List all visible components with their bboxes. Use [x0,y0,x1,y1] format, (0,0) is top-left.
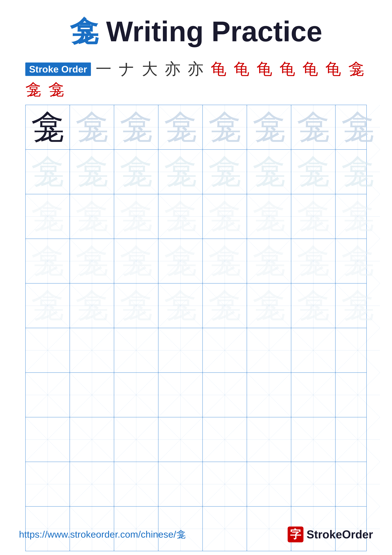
practice-char: 龛 [31,289,64,322]
grid-cell[interactable] [203,417,247,462]
grid-cell[interactable]: 龛 [158,284,203,328]
grid-cell[interactable] [158,373,203,417]
grid-cell[interactable]: 龛 [26,105,70,149]
stroke-order-badge: Stroke Order [25,63,91,76]
practice-char: 龛 [75,110,108,144]
stroke-order-area: Stroke Order 一 ナ 大 亦 亦 龟 龟 龟 龟 龟 龟 龛 [25,60,376,78]
grid-cell[interactable]: 龛 [247,150,291,194]
grid-cell[interactable] [291,328,335,372]
grid-cell[interactable] [70,373,114,417]
grid-cell[interactable]: 龛 [26,284,70,328]
grid-cell[interactable]: 龛 [158,105,203,149]
svg-line-95 [335,328,380,372]
grid-cell[interactable]: 龛 [114,239,158,283]
grid-cell[interactable] [26,462,70,506]
svg-line-118 [158,417,202,461]
svg-line-122 [247,417,291,461]
grid-cell[interactable]: 龛 [26,239,70,283]
grid-cell[interactable]: 龛 [114,150,158,194]
practice-char: 龛 [120,155,153,189]
grid-cell[interactable]: 龛 [114,284,158,328]
footer-url[interactable]: https://www.strokeorder.com/chinese/龛 [19,528,186,541]
practice-char: 龛 [297,289,330,322]
grid-cell[interactable]: 龛 [291,105,335,149]
grid-cell[interactable] [203,462,247,506]
grid-cell[interactable] [26,373,70,417]
svg-line-117 [114,417,158,461]
grid-cell[interactable]: 龛 [291,150,335,194]
grid-cell[interactable] [158,417,203,462]
svg-line-99 [70,373,114,417]
grid-cell[interactable] [158,328,203,372]
grid-cell[interactable] [203,328,247,372]
grid-cell[interactable] [158,462,203,506]
grid-cell[interactable] [335,373,380,417]
grid-cell[interactable]: 龛 [158,194,203,239]
svg-line-135 [158,462,202,506]
svg-line-126 [335,417,380,462]
grid-cell[interactable] [247,462,291,506]
grid-cell[interactable]: 龛 [335,284,380,328]
grid-cell[interactable]: 龛 [335,150,380,194]
grid-cell[interactable] [291,373,335,417]
practice-char: 龛 [208,244,241,278]
grid-cell[interactable] [26,328,70,372]
grid-cell[interactable] [114,462,158,506]
grid-cell[interactable]: 龛 [291,194,335,239]
svg-line-143 [335,462,380,506]
grid-cell[interactable]: 龛 [335,194,380,239]
grid-cell[interactable] [114,328,158,372]
grid-cell[interactable] [247,373,291,417]
grid-cell[interactable]: 龛 [158,239,203,283]
grid-cell[interactable]: 龛 [247,105,291,149]
grid-cell[interactable]: 龛 [114,194,158,239]
grid-cell[interactable]: 龛 [291,239,335,283]
practice-char: 龛 [297,200,330,233]
svg-line-140 [291,462,335,506]
grid-cell[interactable]: 龛 [335,239,380,283]
grid-cell[interactable]: 龛 [70,105,114,149]
grid-cell[interactable] [26,417,70,462]
grid-cell[interactable]: 龛 [70,284,114,328]
svg-line-132 [114,462,158,506]
grid-cell[interactable]: 龛 [247,284,291,328]
grid-cell[interactable] [335,462,380,506]
grid-cell[interactable]: 龛 [247,239,291,283]
grid-cell[interactable]: 龛 [335,105,380,149]
grid-cell[interactable] [335,328,380,372]
grid-cell[interactable]: 龛 [158,150,203,194]
grid-cell[interactable]: 龛 [70,150,114,194]
grid-cell[interactable] [70,417,114,462]
grid-cell[interactable]: 龛 [203,105,247,149]
grid-cell[interactable]: 龛 [26,150,70,194]
grid-cell[interactable] [114,417,158,462]
grid-cell[interactable]: 龛 [247,194,291,239]
grid-cell[interactable] [203,373,247,417]
grid-cell[interactable]: 龛 [70,239,114,283]
grid-cell[interactable] [247,417,291,462]
svg-line-139 [247,462,291,506]
grid-cell[interactable]: 龛 [203,239,247,283]
practice-char: 龛 [297,155,330,189]
grid-cell[interactable] [70,328,114,372]
grid-cell[interactable] [70,462,114,506]
grid-cell[interactable] [335,417,380,462]
grid-cell[interactable]: 龛 [203,284,247,328]
practice-char: 龛 [252,155,285,189]
grid-cell[interactable] [291,462,335,506]
grid-cell[interactable] [291,417,335,462]
svg-line-125 [291,417,335,461]
practice-char: 龛 [120,289,153,322]
grid-cell[interactable]: 龛 [114,105,158,149]
svg-line-142 [335,462,380,506]
grid-cell[interactable]: 龛 [70,194,114,239]
grid-cell[interactable] [247,328,291,372]
grid-cell[interactable] [114,373,158,417]
practice-char: 龛 [208,110,241,144]
practice-char: 龛 [252,244,285,278]
grid-cell[interactable]: 龛 [291,284,335,328]
practice-char: 龛 [75,289,108,322]
grid-cell[interactable]: 龛 [203,194,247,239]
grid-cell[interactable]: 龛 [26,194,70,239]
grid-cell[interactable]: 龛 [203,150,247,194]
